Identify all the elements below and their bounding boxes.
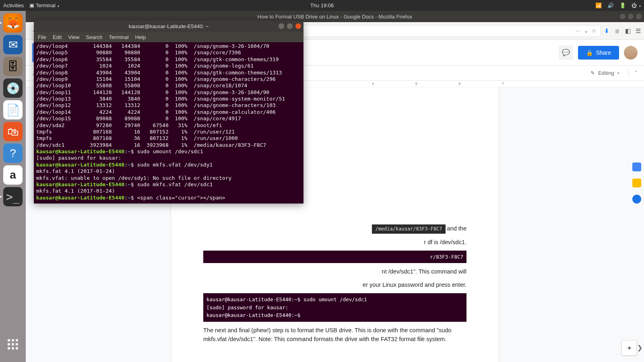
terminal-title: kausar@kausar-Latitude-E5440: ~ [129, 23, 209, 29]
ff-maximize-button[interactable] [628, 14, 634, 19]
term-close-button[interactable] [295, 23, 301, 29]
power-menu-icon[interactable]: ⏻ ▾ [632, 2, 641, 8]
doc-line: r df is /dev/sdc1. [203, 238, 466, 247]
ff-minimize-button[interactable] [620, 14, 625, 19]
side-panel [630, 158, 644, 204]
pencil-icon: ✎ [590, 70, 595, 76]
ff-menu-icon[interactable]: ☰ [636, 27, 641, 35]
battery-icon[interactable]: 🔋 [619, 2, 626, 8]
ubuntu-dock: 🦊 ✉ 🗄 💿 📄 🛍 ? a >_ [0, 11, 26, 362]
share-button[interactable]: 🔒 Share [578, 46, 619, 60]
lock-icon: 🔒 [586, 49, 593, 56]
collapse-toolbar-icon[interactable]: ˆ [632, 70, 640, 76]
doc-line: /media/kausar/83F3-F8C7 and the [203, 224, 466, 234]
calendar-addon-icon[interactable] [632, 162, 641, 171]
clock[interactable]: Thu 19:06 [310, 2, 334, 8]
menu-file[interactable]: File [38, 34, 46, 40]
explore-button[interactable]: ✦ [621, 340, 637, 356]
dock-files[interactable]: 🗄 [3, 57, 23, 76]
doc-terminal-image: r/83F3-F8C7 [203, 251, 466, 263]
library-icon[interactable]: ⫼ [614, 27, 620, 34]
sidebar-icon[interactable]: ◧ [625, 27, 631, 35]
dock-amazon[interactable]: a [3, 165, 23, 185]
volume-icon[interactable]: 🔊 [607, 2, 614, 8]
menu-search[interactable]: Search [86, 34, 102, 40]
terminal-menubar: File Edit View Search Terminal Help [34, 32, 303, 42]
dock-thunderbird[interactable]: ✉ [3, 35, 23, 54]
dock-libreoffice[interactable]: 📄 [3, 100, 23, 119]
menu-view[interactable]: View [68, 34, 79, 40]
comments-button[interactable]: 💬 [559, 45, 573, 60]
page-actions-icon[interactable]: ⋯ [576, 28, 581, 34]
show-applications-button[interactable] [3, 335, 23, 354]
mode-selector[interactable]: ✎ Editing ▾ [585, 70, 625, 76]
ff-close-button[interactable] [636, 14, 642, 19]
tasks-addon-icon[interactable] [632, 195, 641, 204]
menu-help[interactable]: Help [135, 34, 146, 40]
menu-terminal[interactable]: Terminal [109, 34, 129, 40]
dock-rhythmbox[interactable]: 💿 [3, 78, 23, 98]
wifi-icon[interactable]: 📶 [595, 2, 602, 8]
avatar[interactable] [624, 46, 638, 60]
dock-help[interactable]: ? [3, 144, 23, 163]
firefox-title: How to Format USB Drive on Linux - Googl… [258, 14, 412, 20]
menu-edit[interactable]: Edit [53, 34, 62, 40]
keep-addon-icon[interactable] [632, 179, 641, 187]
editing-label: Editing [598, 70, 614, 76]
doc-terminal-image: kausar@kausar-Latitude-E5440:~$ sudo umo… [203, 293, 466, 321]
terminal-body[interactable]: /dev/loop4 144384 144384 0 100% /snap/gn… [34, 42, 303, 204]
bookmark-star-icon[interactable]: ☆ [592, 28, 597, 34]
show-side-panel-icon[interactable]: ❯ [637, 344, 642, 352]
doc-line: er your Linux password and press enter. [203, 280, 466, 289]
terminal-titlebar[interactable]: kausar@kausar-Latitude-E5440: ~ [34, 21, 303, 32]
pocket-icon[interactable]: ⌄ [584, 28, 588, 34]
gnome-topbar: Activities ▣ Terminal ▾ Thu 19:06 📶 🔊 🔋 … [0, 0, 644, 11]
doc-line: nt /dev/sdc1". This command will [203, 267, 466, 276]
term-minimize-button[interactable] [279, 23, 284, 29]
activities-button[interactable]: Activities [3, 2, 24, 8]
dock-software[interactable]: 🛍 [3, 122, 23, 141]
app-menu[interactable]: ▣ Terminal ▾ [29, 2, 59, 8]
doc-paragraph: The next and final (phew!) step is to fo… [203, 326, 466, 344]
terminal-window: kausar@kausar-Latitude-E5440: ~ File Edi… [34, 21, 303, 204]
term-maximize-button[interactable] [287, 23, 293, 29]
share-label: Share [596, 49, 611, 56]
downloads-icon[interactable]: ⬇ [604, 27, 609, 35]
dock-firefox[interactable]: 🦊 [3, 13, 23, 33]
dock-terminal[interactable]: >_ [3, 187, 23, 206]
